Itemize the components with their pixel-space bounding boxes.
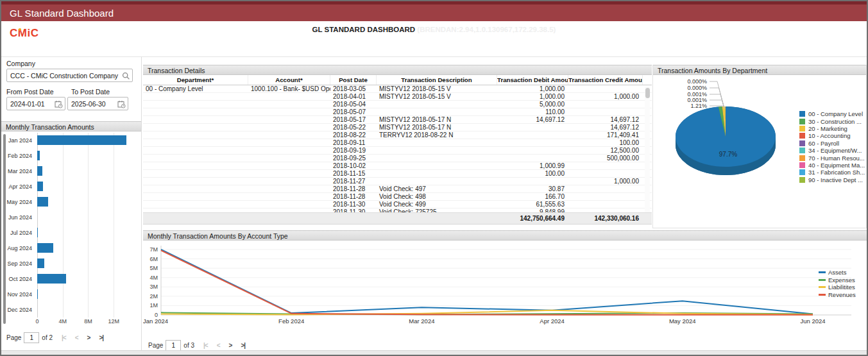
- legend-item[interactable]: Assets: [819, 269, 856, 276]
- next-page-button[interactable]: >: [87, 334, 90, 341]
- legend-item[interactable]: 70 - Human Resou...: [799, 154, 865, 161]
- table-row[interactable]: 2018-05-07110.00: [143, 108, 652, 116]
- table-cell: [568, 193, 643, 200]
- table-scrollbar-thumb[interactable]: [645, 88, 650, 98]
- table-scrollbar-track[interactable]: [645, 87, 650, 212]
- company-input[interactable]: [6, 69, 133, 82]
- search-icon[interactable]: [122, 71, 130, 83]
- first-page-button[interactable]: |<: [62, 334, 66, 341]
- last-page-button[interactable]: >|: [99, 334, 103, 341]
- prev-page-button[interactable]: <: [75, 334, 78, 341]
- table-row[interactable]: 2018-09-1912,500.00: [143, 147, 652, 155]
- table-cell: [377, 155, 497, 162]
- bottom-scroll-strip[interactable]: [1, 350, 867, 355]
- pie-callout-label: 0.000%: [687, 85, 707, 91]
- bar-category-label: Apr 2024: [1, 183, 32, 190]
- bar-category-label: May 2024: [1, 199, 32, 205]
- bar-category-label: Dec 2024: [1, 307, 32, 313]
- table-cell: 1,000.00: [497, 93, 568, 100]
- table-row[interactable]: 2018-05-22MISTYV12 2018-05-17 N14,697.12: [143, 124, 652, 131]
- calendar-icon[interactable]: [117, 99, 126, 111]
- to-date-wrap: [67, 97, 128, 110]
- legend-item[interactable]: 00 - Company Level: [799, 110, 865, 117]
- legend-item[interactable]: 10 - Accounting: [799, 132, 865, 139]
- next-page-button[interactable]: >: [229, 342, 232, 349]
- table-cell: 1000.100 - Bank- $USD Operatir: [248, 85, 330, 92]
- pie-panel-title: Transaction Amounts By Department: [653, 65, 866, 75]
- bar-chart-rows: Jan 2024Feb 2024Mar 2024Apr 2024May 2024…: [1, 133, 141, 318]
- first-page-button[interactable]: |<: [203, 342, 208, 349]
- bar-chart-row: Aug 2024: [1, 241, 141, 256]
- table-row[interactable]: 2018-11-271,000.00: [143, 178, 652, 185]
- bar-chart-row: Mar 2024: [1, 164, 141, 179]
- legend-swatch: [799, 162, 805, 168]
- table-cell: [568, 201, 643, 208]
- bar: [37, 228, 38, 237]
- bar-category-label: Jan 2024: [1, 137, 32, 144]
- prev-page-button[interactable]: <: [217, 342, 220, 349]
- table-row[interactable]: 2018-11-30Void Check: 7257259,848.99: [143, 208, 652, 213]
- table-row[interactable]: 2018-08-22TERRYV12 2018-08-22 N171,409.4…: [143, 131, 652, 139]
- y-tick-label: 5M: [149, 265, 158, 271]
- col-description[interactable]: Transaction Description: [377, 75, 497, 85]
- legend-item[interactable]: 30 - Construction ...: [799, 117, 865, 124]
- bar-chart: Jan 2024Feb 2024Mar 2024Apr 2024May 2024…: [1, 131, 141, 328]
- legend-label: 40 - Equipment Ma...: [808, 162, 865, 169]
- table-row[interactable]: 2018-09-25500,000.00: [143, 155, 652, 162]
- table-cell: [497, 124, 568, 131]
- table-cell: 2018-11-28: [330, 185, 377, 192]
- col-post-date[interactable]: Post Date: [330, 75, 377, 85]
- table-cell: [377, 101, 497, 108]
- bar-chart-row: Feb 2024: [1, 148, 141, 164]
- last-page-button[interactable]: >|: [241, 342, 245, 349]
- legend-label: Revenues: [828, 291, 856, 298]
- col-debit[interactable]: Transaction Debit Amount: [497, 75, 568, 85]
- table-cell: 2018-10-02: [330, 162, 377, 169]
- line-series-revenues: [161, 250, 813, 314]
- line-series-assets: [161, 250, 813, 314]
- col-department[interactable]: Department*: [143, 75, 248, 85]
- table-cell: [497, 139, 568, 146]
- table-row[interactable]: 2018-10-021,000.99: [143, 162, 652, 170]
- calendar-icon[interactable]: [55, 99, 63, 111]
- legend-swatch: [799, 126, 805, 131]
- bar-page-input[interactable]: [24, 332, 39, 343]
- col-account[interactable]: Account*: [248, 75, 330, 85]
- table-cell: [568, 162, 643, 169]
- table-row[interactable]: 2018-04-01MISTYV12 2018-05-15 V1,000.001…: [143, 93, 652, 101]
- pager-of: of 3: [183, 342, 194, 349]
- table-cell: 166.70: [497, 193, 568, 200]
- table-row[interactable]: 2018-09-11100.00: [143, 139, 652, 147]
- bar-chart-panel: Monthly Transaction Amounts Jan 2024Feb …: [1, 121, 141, 343]
- bar-category-label: Jun 2024: [1, 214, 32, 221]
- legend-item[interactable]: 20 - Marketing: [799, 125, 865, 132]
- bar-panel-title: Monthly Transaction Amounts: [1, 121, 141, 131]
- legend-item[interactable]: 31 - Fabrication Sh...: [799, 169, 865, 176]
- legend-item[interactable]: 34 - Equipment/W...: [799, 147, 865, 154]
- pie-callout-line: [710, 81, 724, 108]
- table-totals-row: 142,750,664.49 142,330,060.16: [143, 213, 652, 225]
- legend-item[interactable]: 60 - Payroll: [799, 140, 865, 147]
- bar-track: [37, 133, 141, 148]
- table-row[interactable]: 2018-05-17MISTYV12 2018-05-17 N14,697.12…: [143, 116, 652, 124]
- table-row[interactable]: 2018-11-15100.00: [143, 170, 652, 178]
- legend-item[interactable]: Liabilitites: [819, 284, 856, 291]
- table-panel-title: Transaction Details: [143, 65, 652, 75]
- bar-track: [37, 241, 141, 256]
- table-page-input[interactable]: [166, 340, 181, 351]
- table-cell: 5,000.00: [497, 101, 568, 108]
- table-row[interactable]: 2018-05-045,000.00: [143, 101, 652, 108]
- legend-item[interactable]: Revenues: [819, 291, 856, 299]
- col-credit[interactable]: Transaction Credit Amount: [568, 75, 643, 85]
- table-row[interactable]: 2018-11-30Void Check: 49961,555.63: [143, 201, 652, 208]
- x-tick-label: 8M: [84, 318, 92, 325]
- legend-item[interactable]: 40 - Equipment Ma...: [799, 162, 865, 169]
- legend-item[interactable]: Expenses: [819, 276, 856, 284]
- legend-item[interactable]: 90 - Inactive Dept ...: [799, 176, 865, 183]
- table-row[interactable]: 2018-11-28Void Check: 49730.87: [143, 185, 652, 193]
- table-row[interactable]: 00 - Company Level1000.100 - Bank- $USD …: [143, 85, 652, 93]
- table-cell: 2018-08-22: [330, 131, 377, 139]
- table-cell: 2018-04-01: [330, 93, 377, 100]
- legend-swatch: [819, 286, 826, 288]
- table-row[interactable]: 2018-11-28Void Check: 498166.70: [143, 193, 652, 201]
